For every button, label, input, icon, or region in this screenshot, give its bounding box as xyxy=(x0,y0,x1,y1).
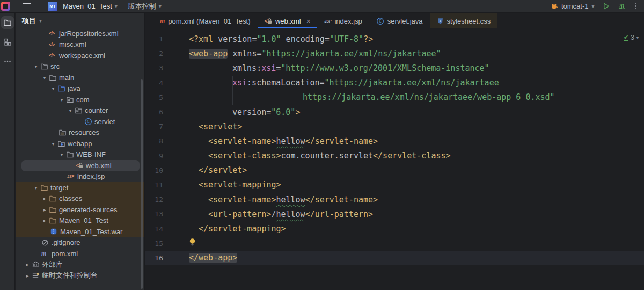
line-number[interactable]: 3 xyxy=(145,61,185,75)
tree-item-target[interactable]: ▾target xyxy=(16,182,144,193)
line-number[interactable]: 12 xyxy=(145,192,185,207)
tab-servlet.java[interactable]: Cservlet.java xyxy=(369,13,430,28)
chevron-down-icon[interactable]: ▾ xyxy=(49,141,57,147)
code-line-10[interactable]: 10</servlet> xyxy=(145,163,644,178)
code-line-11[interactable]: 11<servlet-mapping> xyxy=(145,178,644,192)
debug-button[interactable] xyxy=(618,2,626,10)
tree-item-main[interactable]: ▾main xyxy=(16,72,144,83)
tree-item-java[interactable]: ▾java xyxy=(16,83,144,95)
code-line-2[interactable]: 2<web-app xmlns="https://jakarta.ee/xml/… xyxy=(145,46,644,61)
code-editor[interactable]: ✔ 3 ▾ 1<?xml version="1.0" encoding="UTF… xyxy=(145,28,644,265)
line-number[interactable]: 1 xyxy=(145,32,185,46)
tree-item-Maven_01_Test[interactable]: ▸Maven_01_Test xyxy=(16,215,144,227)
tab-pom.xml[interactable]: mpom.xml (Maven_01_Test) xyxy=(153,13,258,28)
project-panel-header[interactable]: 项目 ▾ xyxy=(16,13,144,28)
code-line-12[interactable]: 12<servlet-name>hellow</servlet-name> xyxy=(145,192,644,207)
line-number[interactable]: 15 xyxy=(145,236,185,251)
intention-bulb-icon[interactable] xyxy=(189,238,196,249)
code-content: xsi:schemaLocation="https://jakarta.ee/x… xyxy=(185,76,499,90)
tree-item-com[interactable]: ▾com xyxy=(16,94,144,105)
code-token: <url-pattern> xyxy=(208,209,271,219)
chevron-down-icon[interactable]: ▾ xyxy=(40,75,49,81)
line-number[interactable]: 6 xyxy=(145,105,185,119)
code-line-9[interactable]: 9<servlet-class>com.counter.servlet</ser… xyxy=(145,149,644,163)
folder-src-icon xyxy=(57,84,67,92)
tab-web.xml[interactable]: <web.xml× xyxy=(258,13,318,28)
line-number[interactable]: 14 xyxy=(145,221,185,236)
tree-item-webapp[interactable]: ▾webapp xyxy=(16,138,144,149)
inspections-widget[interactable]: ✔ 3 ▾ xyxy=(624,34,639,41)
tree-item-临时文件和控制台[interactable]: ▸临时文件和控制台 xyxy=(16,270,144,281)
line-number[interactable]: 16 xyxy=(145,251,185,265)
project-tool-button[interactable] xyxy=(1,16,14,29)
line-number[interactable]: 8 xyxy=(145,134,185,148)
more-actions-button[interactable] xyxy=(633,3,639,10)
tree-item-label: 临时文件和控制台 xyxy=(41,271,98,280)
run-configuration-selector[interactable]: tomcat-1 ▾ xyxy=(550,2,595,10)
code-line-6[interactable]: 6version="6.0"> xyxy=(145,105,644,119)
tree-item-workspace.xml[interactable]: </>workspace.xml xyxy=(16,50,144,61)
hamburger-menu-icon[interactable] xyxy=(23,3,31,9)
folder-res-icon xyxy=(58,128,68,136)
line-number[interactable]: 4 xyxy=(145,76,185,90)
chevron-down-icon[interactable]: ▾ xyxy=(57,97,66,103)
run-button[interactable] xyxy=(602,2,610,10)
chevron-right-icon[interactable]: ▸ xyxy=(23,262,32,267)
code-line-14[interactable]: 14</servlet-mapping> xyxy=(145,221,644,236)
code-line-15[interactable]: 15 xyxy=(145,236,644,251)
tree-item-counter[interactable]: ▾counter xyxy=(16,105,144,117)
line-number[interactable]: 11 xyxy=(145,178,185,192)
tree-item-servlet[interactable]: Cservlet xyxy=(16,116,144,127)
chevron-right-icon[interactable]: ▸ xyxy=(40,218,49,223)
project-avatar[interactable]: MT xyxy=(48,2,57,11)
tree-item-src[interactable]: ▾src xyxy=(16,61,144,73)
code-line-4[interactable]: 4xsi:schemaLocation="https://jakarta.ee/… xyxy=(145,76,644,90)
more-tool-windows-button[interactable] xyxy=(1,55,14,68)
line-number[interactable]: 2 xyxy=(145,46,185,61)
folder-icon xyxy=(49,74,58,82)
tab-label: web.xml xyxy=(275,17,301,25)
vcs-selector[interactable]: 版本控制 ▾ xyxy=(128,2,162,11)
code-line-16[interactable]: 16</web-app> xyxy=(145,251,644,265)
tree-item-jarRepositories.xml[interactable]: </>jarRepositories.xml xyxy=(16,28,144,39)
tree-item-Maven_01_Test.war[interactable]: Maven_01_Test.war xyxy=(16,226,144,237)
maven-blue-icon: m xyxy=(41,250,51,258)
code-line-7[interactable]: 7<servlet> xyxy=(145,119,644,134)
chevron-down-icon[interactable]: ▾ xyxy=(57,151,66,157)
structure-tool-button[interactable] xyxy=(1,35,14,48)
tree-item-外部库[interactable]: ▸外部库 xyxy=(16,259,144,271)
code-line-1[interactable]: 1<?xml version="1.0" encoding="UTF-8"?> xyxy=(145,32,644,46)
chevron-down-icon[interactable]: ▾ xyxy=(32,185,40,191)
chevron-down-icon[interactable]: ▾ xyxy=(49,85,57,91)
tree-item-misc.xml[interactable]: </>misc.xml xyxy=(16,39,144,50)
tab-index.jsp[interactable]: JSPindex.jsp xyxy=(317,13,369,28)
code-token: <servlet-class> xyxy=(208,151,281,161)
chevron-right-icon[interactable]: ▸ xyxy=(40,207,49,213)
chevron-down-icon[interactable]: ▾ xyxy=(66,107,75,113)
panel-scrollbar[interactable] xyxy=(141,79,143,289)
line-number[interactable]: 10 xyxy=(145,163,185,178)
line-number[interactable]: 7 xyxy=(145,119,185,134)
tree-item-index.jsp[interactable]: JSPindex.jsp xyxy=(16,171,144,183)
code-line-8[interactable]: 8<servlet-name>hellow</servlet-name> xyxy=(145,134,644,148)
tree-item-resources[interactable]: resources xyxy=(16,127,144,139)
line-number[interactable]: 5 xyxy=(145,90,185,105)
tree-item-.gitignore[interactable]: .gitignore xyxy=(16,237,144,249)
close-icon[interactable]: × xyxy=(306,17,311,25)
line-number[interactable]: 9 xyxy=(145,149,185,163)
tree-item-WEB-INF[interactable]: ▾WEB-INF xyxy=(16,149,144,161)
code-line-5[interactable]: 5https://jakarta.ee/xml/ns/jakartaee/web… xyxy=(145,90,644,105)
code-line-3[interactable]: 3xmlns:xsi="http://www.w3.org/2001/XMLSc… xyxy=(145,61,644,75)
chevron-right-icon[interactable]: ▸ xyxy=(23,273,32,279)
project-selector[interactable]: Maven_01_Test ▾ xyxy=(63,2,118,10)
tree-item-web.xml[interactable]: <web.xml xyxy=(16,160,144,171)
tree-item-pom.xml[interactable]: mpom.xml xyxy=(16,248,144,259)
chevron-down-icon[interactable]: ▾ xyxy=(32,63,40,69)
tree-item-generated-sources[interactable]: ▸generated-sources xyxy=(16,204,144,215)
tab-stylesheet.css[interactable]: 3stylesheet.css xyxy=(430,13,498,28)
indent-guide xyxy=(199,207,199,221)
chevron-right-icon[interactable]: ▸ xyxy=(40,195,49,201)
code-line-13[interactable]: 13<url-pattern>/hellow</url-pattern> xyxy=(145,207,644,221)
line-number[interactable]: 13 xyxy=(145,207,185,221)
tree-item-classes[interactable]: ▸classes xyxy=(16,193,144,205)
